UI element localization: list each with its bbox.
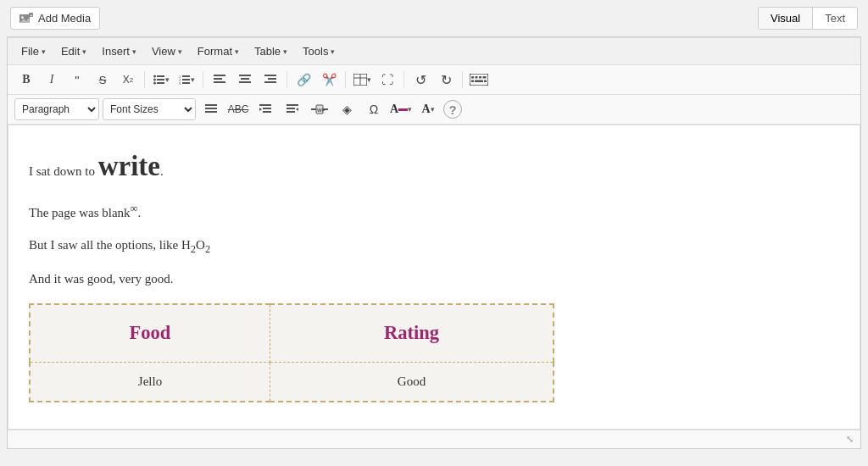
help-button[interactable]: ?	[443, 100, 462, 119]
table-header-row: Food Rating	[30, 304, 554, 362]
view-menu-arrow: ▾	[178, 47, 182, 56]
svg-rect-36	[484, 80, 487, 83]
indent-button[interactable]	[253, 98, 277, 120]
menu-view[interactable]: View ▾	[145, 42, 189, 61]
svg-rect-35	[475, 80, 483, 83]
svg-rect-7	[157, 82, 164, 84]
align-left-button[interactable]	[208, 69, 231, 91]
svg-rect-37	[205, 104, 217, 106]
unlink-button[interactable]: ✂️	[317, 69, 341, 91]
tools-menu-arrow: ▾	[331, 47, 335, 56]
justify-button[interactable]	[199, 98, 223, 120]
svg-point-1	[21, 16, 24, 19]
menu-format[interactable]: Format ▾	[191, 42, 246, 61]
table-button[interactable]: ▾	[350, 69, 374, 91]
outdent-icon	[287, 104, 298, 114]
table-dropdown-arrow: ▾	[367, 75, 371, 84]
edit-menu-arrow: ▾	[82, 47, 86, 56]
paragraph-select[interactable]: Paragraph	[14, 98, 99, 120]
unordered-list-button[interactable]: ▾	[149, 69, 173, 91]
align-right-button[interactable]	[259, 69, 282, 91]
link-button[interactable]: 🔗	[292, 69, 315, 91]
blockquote-button[interactable]: "	[65, 69, 89, 91]
align-center-button[interactable]	[233, 69, 257, 91]
strikethrough-button[interactable]: S	[91, 69, 114, 91]
svg-rect-21	[241, 78, 249, 80]
insert-menu-arrow: ▾	[132, 47, 136, 56]
ordered-list-button[interactable]: 1 2 3 ▾	[175, 69, 198, 91]
table-cell-jello: Jello	[30, 362, 270, 402]
menu-tools[interactable]: Tools ▾	[296, 42, 342, 61]
table-row: Jello Good	[30, 362, 554, 402]
toolbar-row2: Paragraph Font Sizes ABC	[8, 95, 860, 125]
keyboard-icon	[470, 74, 488, 86]
redo-button[interactable]: ↻	[434, 69, 458, 91]
bg-color-button[interactable]: A ▾	[416, 98, 440, 120]
format-menu-arrow: ▾	[235, 47, 239, 56]
font-color-button[interactable]: A ▾	[389, 98, 413, 120]
menu-insert[interactable]: Insert ▾	[95, 42, 143, 61]
eraser-button[interactable]: ◈	[335, 98, 359, 120]
undo-button[interactable]: ↺	[409, 69, 432, 91]
list-dropdown-arrow: ▾	[165, 75, 170, 84]
indent-icon	[259, 104, 271, 114]
keyboard-shortcuts-button[interactable]	[467, 69, 491, 91]
editor-content-area[interactable]: I sat down to write. The page was blank∞…	[8, 125, 860, 430]
svg-rect-39	[205, 111, 217, 113]
align-left-icon	[214, 75, 225, 85]
superscript-button[interactable]: X2	[116, 69, 140, 91]
svg-rect-17	[214, 75, 225, 76]
menu-file[interactable]: File ▾	[14, 42, 53, 61]
justify-icon	[205, 104, 217, 114]
svg-rect-34	[471, 80, 474, 83]
svg-point-8	[153, 75, 156, 78]
special-chars-button[interactable]: Ω	[362, 98, 386, 120]
svg-rect-38	[205, 108, 217, 109]
sep5	[403, 71, 404, 88]
menu-edit[interactable]: Edit ▾	[54, 42, 93, 61]
sep2	[203, 71, 203, 88]
italic-button[interactable]: I	[40, 69, 64, 91]
svg-text:3: 3	[179, 81, 181, 86]
svg-rect-18	[214, 78, 222, 80]
add-media-button[interactable]: + Add Media	[10, 7, 100, 30]
outdent-button[interactable]	[281, 98, 304, 120]
svg-rect-31	[476, 76, 478, 79]
resize-handle[interactable]: ⤡	[846, 434, 854, 444]
ol-dropdown-arrow: ▾	[191, 75, 195, 84]
text-mode-button[interactable]: Text	[813, 8, 857, 29]
fullscreen-button[interactable]: ⛶	[376, 69, 399, 91]
editor-mode-toggle: Visual Text	[758, 7, 858, 30]
svg-rect-22	[239, 81, 251, 83]
wp-more-button[interactable]: WP	[308, 98, 331, 120]
bold-button[interactable]: B	[14, 69, 38, 91]
font-color-dropdown: ▾	[408, 105, 412, 114]
top-bar: + Add Media Visual Text	[0, 0, 868, 36]
sep6	[462, 71, 463, 88]
bg-color-dropdown: ▾	[431, 105, 435, 114]
table-cell-good: Good	[270, 362, 554, 402]
svg-point-9	[153, 79, 156, 81]
visual-mode-button[interactable]: Visual	[759, 8, 813, 29]
editor-content: I sat down to write. The page was blank∞…	[29, 142, 839, 402]
svg-rect-41	[263, 108, 271, 109]
align-right-icon	[264, 75, 276, 85]
svg-rect-45	[287, 108, 295, 109]
svg-rect-33	[483, 76, 487, 79]
editor-table: Food Rating Jello Good	[29, 303, 554, 402]
editor-wrapper: File ▾ Edit ▾ Insert ▾ View ▾ Format ▾ T…	[7, 36, 861, 449]
strikethrough2-button[interactable]: ABC	[226, 98, 250, 120]
svg-marker-47	[296, 108, 298, 111]
file-menu-arrow: ▾	[42, 47, 46, 56]
align-center-icon	[239, 75, 251, 85]
paragraph-4: And it was good, very good.	[29, 269, 839, 291]
svg-text:+: +	[31, 13, 33, 18]
sep3	[287, 71, 287, 88]
menu-table[interactable]: Table ▾	[248, 42, 294, 61]
font-size-select[interactable]: Font Sizes	[103, 98, 196, 120]
paragraph-3: But I saw all the options, like H2O2	[29, 235, 839, 258]
subscript-2b: 2	[205, 243, 210, 255]
bold-write-text: write	[98, 151, 160, 181]
svg-rect-42	[263, 111, 271, 113]
svg-rect-11	[182, 75, 190, 77]
